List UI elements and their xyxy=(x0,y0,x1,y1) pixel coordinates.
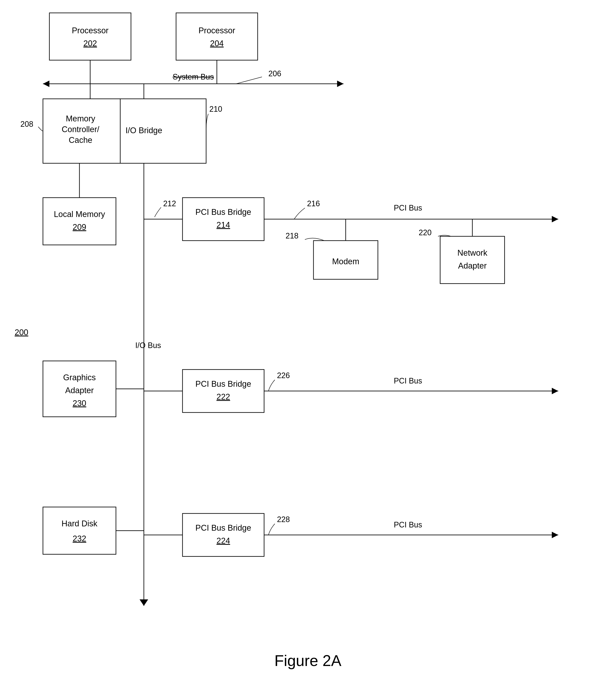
system-bus-label: System Bus xyxy=(173,72,214,81)
pci-bridge-214-label2: 214 xyxy=(216,220,230,230)
pci-bridge-224-label2: 224 xyxy=(216,536,230,545)
processor-202-ref: 202 xyxy=(83,39,97,48)
hard-disk-box xyxy=(43,507,116,554)
ref-212: 212 xyxy=(163,199,176,208)
ref-220: 220 xyxy=(419,228,432,237)
svg-marker-1 xyxy=(43,81,49,87)
network-adapter-box xyxy=(440,236,505,284)
pci-bus-216-label: PCI Bus xyxy=(394,203,422,212)
ref-228: 228 xyxy=(277,515,290,524)
memory-controller-label2: Controller/ xyxy=(61,125,100,134)
figure-label: Figure 2A xyxy=(275,652,341,669)
processor-202-label: Processor xyxy=(72,26,108,35)
io-bridge-label: I/O Bridge xyxy=(125,126,162,135)
pci-bridge-224-label1: PCI Bus Bridge xyxy=(195,523,251,532)
svg-marker-24 xyxy=(552,532,558,538)
processor-204-box xyxy=(176,13,258,60)
svg-marker-20 xyxy=(552,388,558,394)
diagram-ref-200: 200 xyxy=(15,328,28,337)
processor-202-box xyxy=(49,13,131,60)
processor-204-label: Processor xyxy=(198,26,235,35)
network-adapter-label1: Network xyxy=(457,248,487,257)
svg-marker-11 xyxy=(140,599,148,606)
graphics-adapter-label1: Graphics xyxy=(63,373,96,382)
diagram-container: Processor 202 Processor 204 System Bus 2… xyxy=(0,0,616,695)
memory-controller-label3: Cache xyxy=(69,136,92,145)
pci-bridge-214-box xyxy=(182,198,264,241)
pci-bridge-222-label1: PCI Bus Bridge xyxy=(195,379,251,388)
pci-bus-228-label: PCI Bus xyxy=(394,520,422,529)
ref-226: 226 xyxy=(277,371,290,380)
ref-218: 218 xyxy=(285,231,298,240)
ref-206: 206 xyxy=(268,69,281,78)
local-memory-box xyxy=(43,198,116,245)
processor-204-ref: 204 xyxy=(210,39,224,48)
local-memory-ref: 209 xyxy=(73,223,86,232)
graphics-adapter-ref: 230 xyxy=(73,399,86,408)
io-bus-label: I/O Bus xyxy=(135,341,161,350)
local-memory-label1: Local Memory xyxy=(54,210,105,219)
ref-208: 208 xyxy=(20,120,33,129)
pci-bridge-222-label2: 222 xyxy=(216,392,230,401)
pci-bridge-214-label1: PCI Bus Bridge xyxy=(195,207,251,217)
svg-marker-14 xyxy=(552,216,558,222)
network-adapter-label2: Adapter xyxy=(458,261,487,270)
pci-bridge-224-box xyxy=(182,513,264,556)
graphics-adapter-label2: Adapter xyxy=(65,386,94,395)
modem-label: Modem xyxy=(332,257,359,266)
svg-marker-2 xyxy=(337,81,344,87)
hard-disk-ref: 232 xyxy=(73,534,86,543)
hard-disk-label1: Hard Disk xyxy=(61,519,98,528)
ref-210: 210 xyxy=(209,105,222,114)
pci-bridge-222-box xyxy=(182,370,264,412)
memory-controller-label1: Memory xyxy=(66,114,95,123)
ref-216: 216 xyxy=(307,199,320,208)
svg-line-3 xyxy=(236,77,262,84)
pci-bus-226-label: PCI Bus xyxy=(394,376,422,385)
